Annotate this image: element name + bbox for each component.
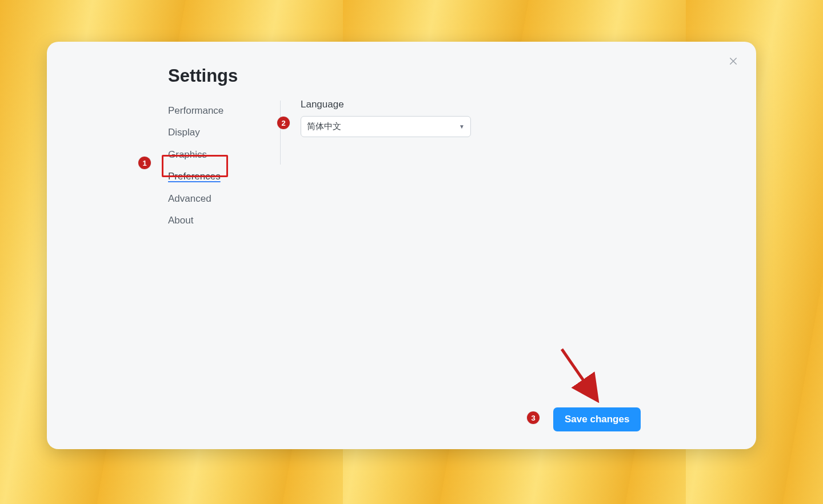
close-button[interactable] <box>725 54 741 70</box>
sidebar-item-label: About <box>168 215 193 226</box>
sidebar: Performance Display Graphics Preferences… <box>168 101 279 230</box>
sidebar-item-preferences[interactable]: Preferences <box>168 167 279 186</box>
save-button-label: Save changes <box>565 414 629 425</box>
close-icon <box>728 56 738 69</box>
sidebar-item-about[interactable]: About <box>168 211 279 230</box>
sidebar-item-label: Display <box>168 127 200 138</box>
annotation-badge-1: 1 <box>138 157 151 169</box>
content-panel: Language 简体中文 ▼ <box>301 99 541 137</box>
language-select-value: 简体中文 <box>307 121 341 132</box>
sidebar-item-performance[interactable]: Performance <box>168 101 279 121</box>
sidebar-item-display[interactable]: Display <box>168 123 279 142</box>
settings-modal: Settings Performance Display Graphics Pr… <box>47 42 756 449</box>
chevron-down-icon: ▼ <box>459 123 465 130</box>
annotation-badge-3: 3 <box>527 411 540 424</box>
language-select[interactable]: 简体中文 ▼ <box>301 116 471 137</box>
sidebar-item-label: Advanced <box>168 193 211 204</box>
annotation-badge-2: 2 <box>277 117 290 129</box>
sidebar-item-label: Performance <box>168 105 223 116</box>
sidebar-item-label: Preferences <box>168 171 221 182</box>
sidebar-item-graphics[interactable]: Graphics <box>168 145 279 165</box>
page-title: Settings <box>168 66 238 86</box>
save-changes-button[interactable]: Save changes <box>553 407 641 431</box>
sidebar-item-advanced[interactable]: Advanced <box>168 189 279 209</box>
sidebar-item-label: Graphics <box>168 149 207 160</box>
language-label: Language <box>301 99 541 110</box>
sidebar-divider <box>280 101 281 165</box>
